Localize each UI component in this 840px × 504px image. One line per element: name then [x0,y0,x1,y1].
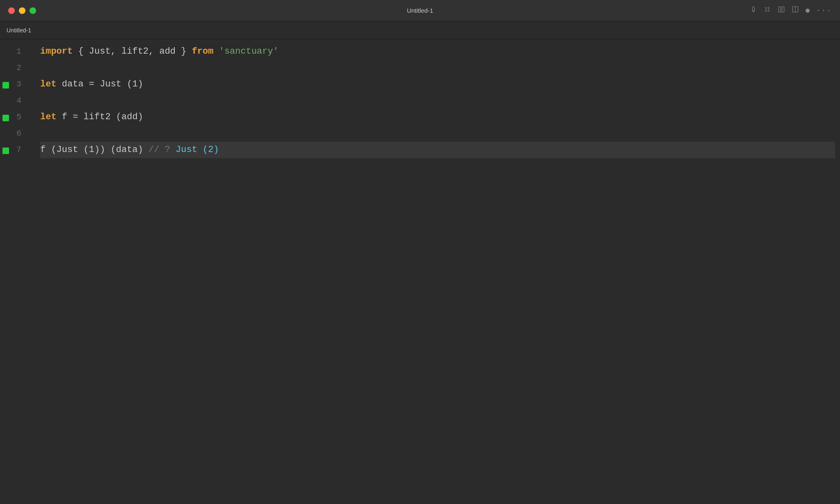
line-num-2: 2 [11,60,28,76]
marker-7 [0,143,11,159]
titlebar: Untitled-1 [0,0,840,21]
svg-rect-1 [778,7,781,12]
marker-3 [0,77,11,93]
keyword-from: from [192,47,214,56]
split-icon[interactable] [792,6,799,15]
code-line-4 [40,93,835,109]
code-line-5: let f = lift2 (add) [40,109,835,125]
maximize-button[interactable] [30,7,36,14]
line-numbers: 1 2 3 4 5 6 7 [11,43,36,159]
unsaved-indicator [806,9,810,13]
line-num-5: 5 [11,109,28,125]
code-line-3: let data = Just (1) [40,76,835,93]
data-binding: data = Just (1) [57,80,143,89]
scrollbar[interactable] [835,43,840,159]
code-line-2 [40,60,835,76]
marker-1 [0,44,11,61]
tab-filename[interactable]: Untitled-1 [7,27,31,34]
breakpoint-3[interactable] [2,82,9,89]
keyword-import: import [40,47,73,56]
marker-2 [0,61,11,77]
traffic-lights [8,7,36,14]
breakpoint-5[interactable] [2,115,9,121]
window-title: Untitled-1 [407,7,433,14]
editor-body: 1 2 3 4 5 6 7 import { Just, lift2, add … [0,39,840,159]
marker-4 [0,93,11,110]
line-num-1: 1 [11,43,28,60]
close-button[interactable] [8,7,15,14]
flame-icon[interactable] [750,6,757,15]
punct-1: { [73,47,89,56]
code-line-1: import { Just, lift2, add } from 'sanctu… [40,43,835,60]
comment-marker: // ? [148,145,176,154]
tab-bar: Untitled-1 [0,21,840,39]
line-num-3: 3 [11,76,28,93]
punct-2: } [176,47,192,56]
svg-rect-0 [766,8,769,11]
code-line-7: f (Just (1)) (data) // ? Just (2) [40,142,835,158]
marker-6 [0,126,11,143]
code-editor[interactable]: import { Just, lift2, add } from 'sanctu… [36,43,835,159]
expression: f (Just (1)) (data) [40,145,148,154]
code-line-6 [40,125,835,142]
line-num-4: 4 [11,93,28,109]
punct-3 [213,47,219,56]
gutter-markers [0,43,11,159]
keyword-let-2: let [40,113,57,122]
columns-icon[interactable] [778,6,785,15]
titlebar-actions: ··· [750,6,832,15]
svg-rect-2 [782,7,784,12]
broadcast-icon[interactable] [764,6,771,15]
keyword-let-1: let [40,80,57,89]
line-num-7: 7 [11,142,28,158]
minimize-button[interactable] [19,7,25,14]
marker-5 [0,110,11,126]
import-source: 'sanctuary' [219,47,278,56]
f-binding: f = lift2 (add) [57,113,143,122]
breakpoint-7[interactable] [2,148,9,154]
more-icon[interactable]: ··· [816,7,832,15]
line-num-6: 6 [11,125,28,142]
result-value: Just (2) [176,145,219,154]
imports-list: Just, lift2, add [89,47,176,56]
